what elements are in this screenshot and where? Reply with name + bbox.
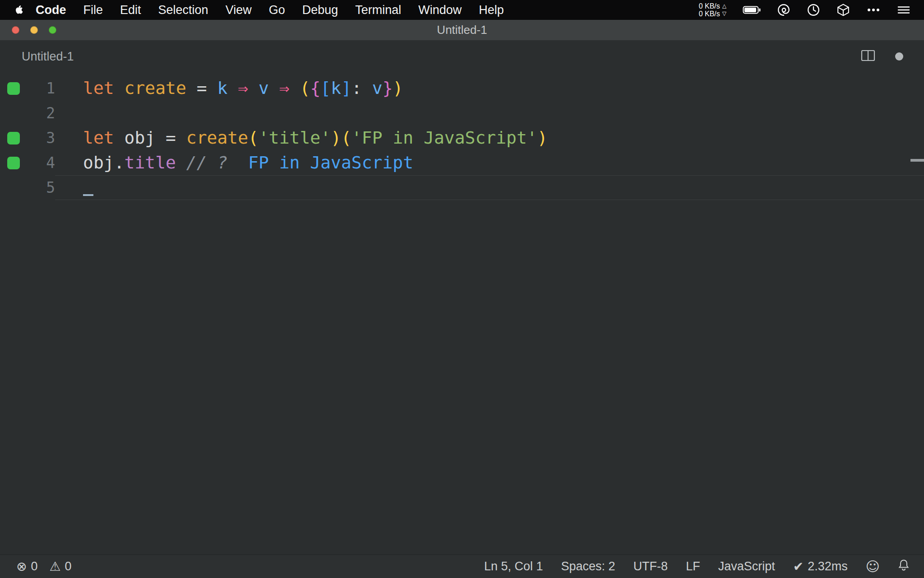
network-down-icon: ▽	[722, 10, 726, 18]
token-arrow: ⇒	[279, 78, 290, 98]
token-plain: =	[186, 78, 217, 98]
split-editor-icon[interactable]	[861, 49, 875, 64]
cube-icon[interactable]	[836, 3, 850, 17]
menu-item-window[interactable]: Window	[410, 3, 470, 17]
problems-warnings[interactable]: ⚠ 0	[50, 559, 72, 573]
menu-list-icon[interactable]	[897, 4, 910, 16]
problems-errors[interactable]: ⊗ 0	[16, 559, 38, 573]
network-up-icon: △	[722, 2, 726, 10]
gutter[interactable]	[0, 82, 25, 95]
unsaved-changes-icon[interactable]	[895, 52, 903, 61]
token-bracket: [	[320, 78, 331, 98]
line-number[interactable]: 1	[25, 79, 55, 97]
eol-indicator[interactable]: LF	[686, 559, 700, 573]
token-plain	[290, 78, 300, 98]
quokka-time: 2.32ms	[808, 559, 848, 573]
ellipsis-icon[interactable]	[866, 4, 881, 16]
quokka-coverage-icon	[7, 157, 20, 169]
menu-item-selection[interactable]: Selection	[150, 3, 217, 17]
token-comment: // ?	[186, 153, 228, 172]
token-keyword: let	[83, 78, 114, 98]
gutter[interactable]	[0, 157, 25, 169]
token-paren: )(	[331, 128, 351, 148]
code-text[interactable]: obj.title // ? FP in JavaScript	[55, 150, 924, 175]
clock-icon[interactable]	[807, 3, 820, 17]
minimize-window-button[interactable]	[30, 26, 38, 34]
menu-item-code[interactable]: Code	[27, 3, 75, 17]
token-param: v	[259, 78, 269, 98]
window-title-bar[interactable]: Untitled-1	[0, 20, 924, 40]
window-title: Untitled-1	[437, 23, 487, 37]
token-plain	[176, 153, 186, 172]
text-cursor	[83, 194, 93, 196]
notifications-bell-icon[interactable]	[898, 559, 910, 574]
token-func: create	[186, 128, 248, 148]
code-line[interactable]: 1let create = k ⇒ v ⇒ ({[k]: v})	[0, 76, 924, 101]
menu-item-go[interactable]: Go	[260, 3, 294, 17]
code-line[interactable]: 5	[0, 175, 924, 200]
token-brace: }	[383, 78, 393, 98]
token-keyword: let	[83, 128, 114, 148]
line-number[interactable]: 4	[25, 154, 55, 172]
cursor-position-indicator[interactable]: Ln 5, Col 1	[484, 559, 543, 573]
token-plain: obj =	[114, 128, 186, 148]
check-icon: ✔	[793, 560, 804, 573]
network-up-label: 0 KB/s	[699, 2, 720, 10]
gutter[interactable]	[0, 132, 25, 144]
code-line[interactable]: 3let obj = create('title')('FP in JavaSc…	[0, 126, 924, 150]
errors-count: 0	[31, 559, 37, 573]
menu-item-file[interactable]: File	[75, 3, 112, 17]
token-func: create	[125, 78, 186, 98]
token-plain	[227, 78, 238, 98]
warnings-count: 0	[65, 559, 72, 573]
line-number[interactable]: 3	[25, 129, 55, 147]
token-paren: (	[248, 128, 259, 148]
open-file-label[interactable]: Untitled-1	[22, 50, 74, 64]
network-speed-indicator[interactable]: 0 KB/s △ 0 KB/s ▽	[699, 2, 726, 18]
apple-logo-icon[interactable]	[14, 4, 23, 16]
code-line[interactable]: 4obj.title // ? FP in JavaScript	[0, 150, 924, 175]
close-window-button[interactable]	[12, 26, 19, 34]
token-string: 'title'	[259, 128, 331, 148]
token-param: k	[217, 78, 227, 98]
network-down-label: 0 KB/s	[699, 10, 720, 18]
code-text[interactable]: let create = k ⇒ v ⇒ ({[k]: v})	[55, 76, 924, 101]
token-string: 'FP in JavaScript'	[351, 128, 537, 148]
token-plain: obj.	[83, 153, 125, 172]
quokka-coverage-icon	[7, 82, 20, 95]
menu-item-help[interactable]: Help	[470, 3, 513, 17]
token-plain	[248, 78, 259, 98]
swirl-icon[interactable]	[777, 3, 790, 17]
token-plain: :	[351, 78, 372, 98]
encoding-indicator[interactable]: UTF-8	[633, 559, 668, 573]
menu-item-terminal[interactable]: Terminal	[346, 3, 410, 17]
overview-ruler-mark	[910, 159, 924, 162]
code-text[interactable]	[55, 175, 924, 200]
window-controls	[12, 20, 56, 40]
token-plain	[227, 153, 248, 172]
code-text[interactable]	[55, 101, 924, 126]
token-plain	[114, 78, 125, 98]
token-arrow: ⇒	[238, 78, 248, 98]
menu-item-view[interactable]: View	[217, 3, 260, 17]
language-mode-indicator[interactable]: JavaScript	[718, 559, 775, 573]
feedback-smiley-icon[interactable]: ☺	[866, 560, 880, 573]
menu-item-debug[interactable]: Debug	[294, 3, 347, 17]
token-param: v	[372, 78, 383, 98]
macos-menu-bar: Code File Edit Selection View Go Debug T…	[0, 0, 924, 20]
menu-item-edit[interactable]: Edit	[111, 3, 150, 17]
quokka-coverage-icon	[7, 132, 20, 144]
line-number[interactable]: 2	[25, 104, 55, 122]
quokka-status[interactable]: ✔ 2.32ms	[793, 559, 848, 573]
token-paren: )	[393, 78, 403, 98]
indentation-indicator[interactable]: Spaces: 2	[561, 559, 615, 573]
line-number[interactable]: 5	[25, 179, 55, 196]
code-line[interactable]: 2	[0, 101, 924, 126]
token-prop: title	[125, 153, 176, 172]
token-param: k	[331, 78, 341, 98]
code-editor[interactable]: 1let create = k ⇒ v ⇒ ({[k]: v})23let ob…	[0, 76, 924, 200]
battery-icon[interactable]	[743, 4, 761, 16]
zoom-window-button[interactable]	[49, 26, 56, 34]
token-paren: (	[300, 78, 310, 98]
code-text[interactable]: let obj = create('title')('FP in JavaScr…	[55, 126, 924, 150]
